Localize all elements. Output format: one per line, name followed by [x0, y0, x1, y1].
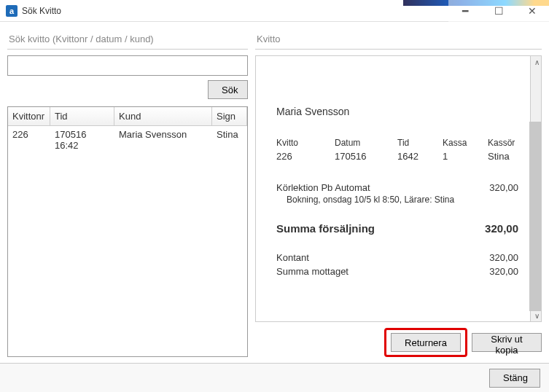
titlebar: a Sök Kvitto ━ ☐ ✕ [0, 0, 549, 22]
column-kvittonr[interactable]: Kvittonr [8, 107, 50, 126]
column-kund[interactable]: Kund [114, 107, 212, 126]
print-copy-button[interactable]: Skriv ut kopia [472, 333, 542, 352]
payment-line-mottaget: Summa mottaget 320,00 [276, 266, 518, 277]
payment-kontant-label: Kontant [276, 252, 309, 263]
label-kassa: Kassa [443, 138, 473, 148]
app-icon: a [6, 5, 17, 17]
column-sign[interactable]: Sign [212, 107, 247, 126]
search-button-row: Sök [7, 80, 248, 99]
payment-mottaget-label: Summa mottaget [276, 266, 349, 277]
search-button[interactable]: Sök [208, 80, 248, 99]
receipt-item-line: Körlektion Pb Automat 320,00 [276, 182, 518, 193]
search-section-header: Sök kvitto (Kvittonr / datum / kund) [7, 29, 248, 50]
receipt-area: Maria Svensson Kvitto Datum Tid Kassa Ka… [255, 55, 542, 322]
table-header: Kvittonr Tid Kund Sign [8, 107, 247, 126]
value-kvitto: 226 [276, 151, 320, 162]
scrollbar[interactable]: ∧ ∨ [530, 55, 542, 322]
minimize-button[interactable]: ━ [448, 0, 482, 22]
label-kassor: Kassör [488, 138, 518, 148]
results-table: Kvittonr Tid Kund Sign 226 170516 16:42 … [7, 106, 248, 357]
window-controls: ━ ☐ ✕ [448, 0, 549, 22]
receipt-total-line: Summa försäljning 320,00 [276, 222, 518, 235]
return-button[interactable]: Returnera [391, 333, 461, 352]
label-datum: Datum [335, 138, 383, 148]
receipt-customer-name: Maria Svensson [276, 106, 518, 117]
scroll-down-icon[interactable]: ∨ [531, 310, 542, 321]
close-window-button[interactable]: ✕ [515, 0, 549, 22]
maximize-button[interactable]: ☐ [482, 0, 515, 22]
item-price: 320,00 [489, 182, 518, 193]
value-kassa: 1 [443, 151, 473, 162]
table-row[interactable]: 226 170516 16:42 Maria Svensson Stina [8, 126, 247, 154]
total-label: Summa försäljning [276, 222, 375, 235]
item-name: Körlektion Pb Automat [276, 182, 370, 193]
receipt-actions: Returnera Skriv ut kopia [255, 322, 542, 357]
cell-sign: Stina [212, 126, 247, 154]
item-detail: Bokning, onsdag 10/5 kl 8:50, Lärare: St… [276, 195, 518, 205]
receipt-panel: Kvitto Maria Svensson Kvitto Datum Tid K… [255, 29, 542, 357]
search-panel: Sök kvitto (Kvittonr / datum / kund) Sök… [7, 29, 248, 357]
search-input[interactable] [7, 55, 248, 76]
label-tid: Tid [397, 138, 428, 148]
value-kassor: Stina [488, 151, 518, 162]
total-value: 320,00 [485, 222, 518, 235]
window-title: Sök Kvitto [22, 6, 61, 16]
value-tid: 1642 [397, 151, 428, 162]
value-datum: 170516 [335, 151, 383, 162]
payment-mottaget-value: 320,00 [489, 266, 518, 277]
content-area: Sök kvitto (Kvittonr / datum / kund) Sök… [0, 22, 549, 357]
cell-tid: 170516 16:42 [50, 126, 114, 154]
receipt-content: Maria Svensson Kvitto Datum Tid Kassa Ka… [255, 55, 530, 322]
label-kvitto: Kvitto [276, 138, 320, 148]
column-tid[interactable]: Tid [50, 107, 114, 126]
footer: Stäng [0, 363, 549, 392]
receipt-column-values: 226 170516 1642 1 Stina [276, 151, 518, 162]
payment-line-kontant: Kontant 320,00 [276, 252, 518, 263]
cell-kund: Maria Svensson [114, 126, 212, 154]
close-button[interactable]: Stäng [489, 369, 540, 388]
receipt-section-header: Kvitto [255, 29, 542, 50]
receipt-column-headers: Kvitto Datum Tid Kassa Kassör [276, 138, 518, 148]
return-button-highlight: Returnera [384, 328, 467, 357]
cell-kvittonr: 226 [8, 126, 50, 154]
payment-kontant-value: 320,00 [489, 252, 518, 263]
scrollbar-thumb[interactable] [529, 122, 541, 311]
scroll-up-icon[interactable]: ∧ [531, 56, 542, 68]
